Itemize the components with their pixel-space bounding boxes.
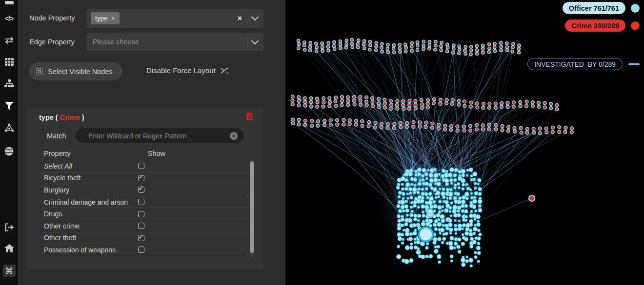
match-placeholder: Enter Wildcard or Regex Pattern — [88, 132, 187, 140]
filter-icon[interactable] — [0, 99, 18, 112]
property-table: Select AllBicycle theftBurglaryCriminal … — [44, 160, 249, 256]
home-icon[interactable] — [0, 242, 18, 254]
table-row: Criminal damage and arson — [44, 196, 249, 209]
filter-value: Crime — [60, 114, 80, 121]
select-visible-nodes-button[interactable]: Select Visible Nodes — [29, 62, 122, 80]
clear-select-icon[interactable]: × — [238, 14, 242, 23]
show-checkbox[interactable] — [138, 163, 144, 169]
chip-remove-icon[interactable]: × — [112, 15, 115, 22]
match-input[interactable]: Enter Wildcard or Regex Pattern × — [76, 128, 243, 143]
property-column-header: Property — [44, 150, 71, 157]
selected-officer-node[interactable] — [419, 228, 433, 241]
match-label: Match — [47, 132, 66, 140]
table-icon[interactable] — [0, 56, 18, 68]
edge-property-placeholder: Please choose — [93, 38, 139, 46]
graph-explorer-app: </> — [0, 0, 644, 285]
property-label: Burglary — [44, 186, 138, 194]
highlighted-officer-node[interactable] — [427, 209, 434, 217]
table-row: Other theft — [44, 232, 249, 245]
table-row: Drugs — [44, 208, 249, 220]
graph-viewport[interactable]: Officer 761/761 Crime 289/289 INVESTIGAT… — [285, 0, 644, 285]
left-panel: Node Property type × × Edge Property Ple… — [18, 0, 285, 285]
edge-swatch[interactable] — [628, 63, 640, 65]
edge-property-select[interactable]: Please choose — [87, 33, 263, 51]
show-checkbox[interactable] — [138, 235, 144, 241]
show-checkbox[interactable] — [138, 223, 144, 229]
trash-icon[interactable] — [246, 113, 253, 120]
graph-canvas[interactable] — [285, 0, 644, 285]
show-column-header: Show — [148, 150, 165, 157]
property-label: Criminal damage and arson — [44, 198, 138, 206]
scrollbar-track[interactable] — [250, 160, 254, 257]
node-property-chip[interactable]: type × — [91, 12, 120, 24]
property-label: Other crime — [44, 222, 138, 230]
force-layout-icon — [221, 67, 229, 74]
icon-rail: </> — [0, 0, 18, 285]
officer-swatch[interactable] — [631, 4, 640, 13]
select-nodes-icon — [36, 68, 43, 75]
crime-legend-pill[interactable]: Crime 289/289 — [565, 19, 625, 32]
command-icon[interactable]: ⌘ — [0, 265, 18, 277]
filter-card: type ( Crime ) Match Enter Wildcard or R… — [27, 109, 263, 269]
code-icon[interactable]: </> — [0, 12, 18, 25]
crime-swatch[interactable] — [631, 21, 640, 30]
isolated-crime-node[interactable] — [529, 195, 535, 201]
node-property-select[interactable]: type × × — [87, 9, 263, 28]
show-checkbox[interactable] — [138, 175, 144, 181]
investigated-by-pill[interactable]: INVESTIGATED_BY 0/289 — [527, 58, 623, 70]
property-label: Drugs — [44, 210, 138, 218]
node-legend: Officer 761/761 Crime 289/289 — [563, 2, 640, 32]
table-row: Select All — [44, 160, 249, 172]
filter-card-title: type ( Crime ) — [39, 114, 84, 121]
show-checkbox[interactable] — [138, 247, 144, 253]
menu-icon[interactable] — [0, 0, 18, 6]
table-row: Other crime — [44, 220, 249, 232]
officer-legend-pill[interactable]: Officer 761/761 — [563, 2, 625, 14]
show-checkbox[interactable] — [138, 211, 144, 217]
swap-arrows-icon[interactable] — [0, 34, 18, 47]
chevron-down-icon[interactable] — [251, 13, 259, 21]
property-label: Possession of weapons — [44, 246, 138, 254]
clear-input-icon[interactable]: × — [230, 132, 238, 140]
property-label: Select All — [44, 162, 138, 170]
show-checkbox[interactable] — [138, 199, 144, 205]
edge-legend: INVESTIGATED_BY 0/289 — [527, 58, 640, 70]
network-icon[interactable] — [0, 121, 18, 134]
show-checkbox[interactable] — [138, 187, 144, 193]
globe-icon[interactable] — [0, 145, 18, 157]
scrollbar-thumb[interactable] — [250, 161, 254, 253]
chevron-down-icon[interactable] — [251, 37, 259, 44]
edge-property-label: Edge Property — [29, 38, 75, 46]
property-label: Bicycle theft — [44, 174, 138, 182]
disable-force-layout-button[interactable]: Disable Force Layout — [146, 66, 229, 75]
property-label: Other theft — [44, 234, 138, 242]
sitemap-icon[interactable] — [0, 77, 18, 90]
table-row: Bicycle theft — [44, 172, 249, 185]
table-row: Possession of weapons — [44, 244, 249, 256]
node-property-label: Node Property — [29, 14, 75, 22]
table-header: Property Show — [44, 150, 246, 157]
table-row: Burglary — [44, 184, 249, 196]
logout-icon[interactable] — [0, 221, 18, 233]
